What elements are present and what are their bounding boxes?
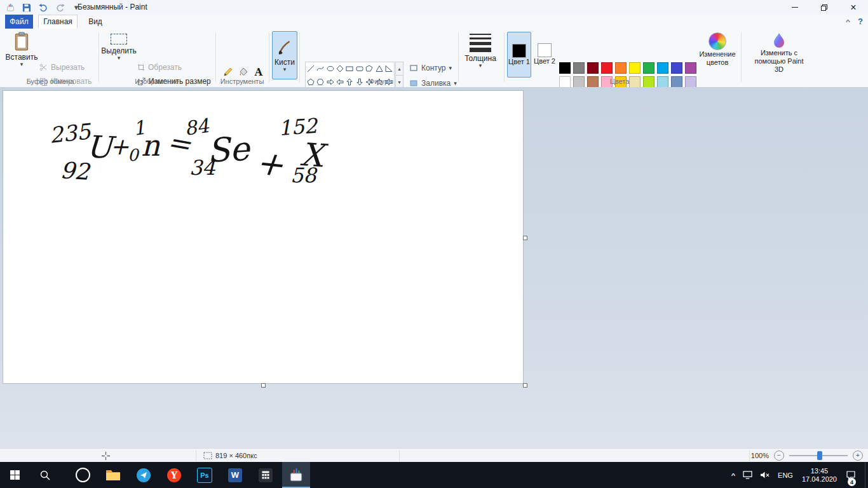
- color2-swatch: [538, 43, 552, 57]
- svg-text:n: n: [141, 128, 160, 163]
- zoom-out-button[interactable]: −: [774, 451, 784, 461]
- shape-outline-button[interactable]: Контур ▾: [410, 64, 452, 72]
- ribbon: Вставить ▾ Вырезать Копировать Буфер обм…: [0, 29, 868, 88]
- paint-taskbar-icon: [288, 466, 304, 483]
- start-button[interactable]: [0, 462, 30, 488]
- brushes-dropdown-icon: ▾: [283, 67, 287, 72]
- palette-swatch[interactable]: [657, 62, 668, 74]
- palette-swatch[interactable]: [671, 76, 682, 88]
- file-explorer-icon: [105, 468, 121, 482]
- tab-view[interactable]: Вид: [81, 15, 109, 29]
- palette-swatch[interactable]: [643, 62, 654, 74]
- brushes-label: Кисти: [275, 58, 295, 67]
- taskbar-paint-active[interactable]: [282, 462, 310, 488]
- shapes-scroll-up[interactable]: ▲: [395, 62, 403, 76]
- tray-date: 17.04.2020: [802, 475, 837, 484]
- palette-swatch[interactable]: [559, 62, 571, 74]
- svg-text:0: 0: [128, 146, 140, 165]
- zoom-slider[interactable]: [789, 455, 848, 456]
- color2-label: Цвет 2: [534, 57, 555, 65]
- brushes-button[interactable]: Кисти ▾: [272, 31, 297, 79]
- edit-colors-button[interactable]: Изменение цветов: [699, 32, 736, 67]
- taskbar-app-circle[interactable]: [69, 462, 97, 488]
- color2-button[interactable]: Цвет 2: [533, 32, 556, 76]
- select-dropdown-icon: ▾: [118, 55, 121, 60]
- tray-clock[interactable]: 13:45 17.04.2020: [797, 467, 842, 484]
- palette-swatch[interactable]: [629, 62, 641, 74]
- shape-curve[interactable]: [315, 62, 325, 76]
- color1-label: Цвет 1: [508, 58, 530, 66]
- collapse-ribbon-icon[interactable]: ^: [846, 18, 850, 25]
- thickness-button[interactable]: Толщина ▾: [462, 34, 499, 68]
- color1-button[interactable]: Цвет 1: [507, 32, 531, 78]
- text-tool-icon: A: [255, 66, 262, 78]
- palette-swatch[interactable]: [671, 62, 682, 74]
- restore-button[interactable]: [810, 0, 839, 15]
- palette-swatch[interactable]: [573, 62, 585, 74]
- taskbar-calculator[interactable]: [252, 462, 280, 488]
- shape-oval[interactable]: [325, 62, 335, 76]
- word-icon: W: [228, 468, 242, 482]
- taskbar-word[interactable]: W: [221, 462, 249, 488]
- zoom-slider-thumb[interactable]: [817, 451, 822, 460]
- select-button[interactable]: Выделить ▾: [103, 34, 135, 60]
- paint-app-icon: [5, 3, 15, 13]
- shape-rectangle[interactable]: [345, 62, 355, 76]
- palette-swatch[interactable]: [685, 62, 696, 74]
- canvas-resize-handle-right[interactable]: [523, 236, 527, 240]
- shape-triangle[interactable]: [374, 62, 384, 76]
- canvas-resize-handle-bottom[interactable]: [261, 383, 266, 388]
- shapes-group-label: Фигуры: [343, 78, 419, 85]
- paint3d-label: Изменить с помощью Paint 3D: [750, 49, 808, 74]
- image-group-label: Изображение: [116, 78, 198, 85]
- shape-line[interactable]: [306, 62, 315, 76]
- paste-button[interactable]: Вставить ▾: [6, 32, 37, 67]
- zoom-value: 100%: [751, 452, 769, 459]
- taskbar-yandex-browser[interactable]: Y: [160, 462, 188, 488]
- show-desktop-button[interactable]: [865, 462, 868, 488]
- tab-home[interactable]: Главная: [38, 15, 78, 29]
- shape-diamond[interactable]: [335, 62, 344, 76]
- image-size-value: 819 × 460пкс: [215, 452, 257, 459]
- drawing-canvas[interactable]: 235 92 U + 1 0 n = 84 34 Se + 152 58 X: [3, 91, 523, 383]
- tray-display-icon[interactable]: [739, 462, 756, 488]
- palette-swatch[interactable]: [615, 62, 627, 74]
- handwritten-equation: 235 92 U + 1 0 n = 84 34 Se + 152 58 X: [45, 111, 344, 207]
- shape-right-triangle[interactable]: [384, 62, 394, 76]
- palette-swatch[interactable]: [587, 62, 599, 74]
- palette-swatch[interactable]: [601, 62, 613, 74]
- crop-button[interactable]: Обрезать: [137, 63, 182, 72]
- tray-volume-muted-icon[interactable]: [756, 462, 774, 488]
- paint3d-button[interactable]: Изменить с помощью Paint 3D: [750, 32, 808, 74]
- shape-rounded-rectangle[interactable]: [355, 62, 364, 76]
- tab-file[interactable]: Файл: [5, 15, 33, 29]
- paste-label: Вставить: [6, 53, 38, 62]
- redo-button[interactable]: [55, 3, 65, 13]
- pencil-icon: [223, 67, 233, 77]
- save-button[interactable]: [22, 3, 32, 13]
- zoom-in-button[interactable]: +: [853, 451, 863, 461]
- cut-button[interactable]: Вырезать: [39, 63, 85, 72]
- yandex-browser-icon: Y: [167, 468, 181, 482]
- canvas-resize-handle-corner[interactable]: [523, 383, 527, 388]
- minimize-button[interactable]: [780, 0, 810, 15]
- taskbar-photoshop[interactable]: Ps: [191, 462, 219, 488]
- palette-swatch[interactable]: [559, 76, 571, 88]
- shape-polygon[interactable]: [365, 62, 374, 76]
- taskbar-file-explorer[interactable]: [99, 462, 127, 488]
- svg-text:Se: Se: [206, 129, 252, 170]
- action-center-button[interactable]: 4: [842, 462, 865, 488]
- help-icon[interactable]: ?: [858, 17, 863, 26]
- crop-label: Обрезать: [148, 63, 182, 72]
- select-icon: [111, 34, 127, 44]
- taskbar-search-button[interactable]: [30, 462, 60, 488]
- svg-text:X: X: [299, 136, 329, 175]
- close-button[interactable]: ×: [839, 0, 868, 15]
- undo-button[interactable]: [38, 3, 48, 13]
- taskbar-messenger[interactable]: [130, 462, 158, 488]
- titlebar: ▾ Безымянный - Paint ×: [0, 0, 868, 15]
- palette-swatch[interactable]: [685, 76, 696, 88]
- palette-swatch[interactable]: [657, 76, 668, 88]
- tray-expand-icon[interactable]: ^: [728, 465, 739, 485]
- tray-language[interactable]: ENG: [774, 462, 797, 488]
